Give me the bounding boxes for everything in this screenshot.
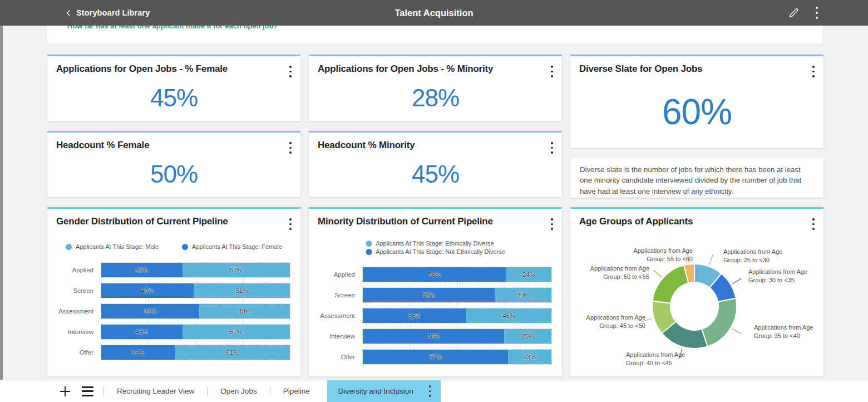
page-list-button[interactable] xyxy=(79,380,96,402)
page-tab-bar: Recruiting Leader View Open Jobs Pipelin… xyxy=(0,380,868,402)
note-text: Diverse slate is the number of jobs for … xyxy=(570,158,823,203)
bar-value-label: 48% xyxy=(239,308,251,315)
card-title: Applications for Open Jobs - % Female xyxy=(56,63,228,75)
card-kebab-menu[interactable] xyxy=(550,140,554,156)
header-kebab-menu[interactable] xyxy=(815,4,819,21)
card-title: Applications for Open Jobs - % Minority xyxy=(318,63,493,75)
legend-dot xyxy=(366,249,372,255)
donut-slice-label: Applications from AgeGroup: 30 to <35 xyxy=(748,268,807,285)
category-label: Applied xyxy=(318,267,362,282)
card-title: Minority Distribution of Current Pipelin… xyxy=(318,216,493,227)
bar-segment[interactable]: 57% xyxy=(183,325,290,339)
category-label: Offer xyxy=(56,345,101,360)
bar-value-label: 24% xyxy=(522,271,535,278)
card-kebab-menu[interactable] xyxy=(550,216,554,232)
bar-segment[interactable]: 25% xyxy=(504,329,551,344)
bar-value-label: 76% xyxy=(428,271,441,278)
card-kebab-menu[interactable] xyxy=(811,63,816,80)
donut-slice-label: Applications from AgeGroup: 35 to <40 xyxy=(754,323,813,341)
top-header: Storyboard Library Talent Acquisition xyxy=(0,0,868,26)
add-page-button[interactable] xyxy=(57,380,73,402)
bar-segment[interactable]: 49% xyxy=(101,283,194,298)
bar-row-assessment: Assessment52%48% xyxy=(56,303,290,319)
card-title: Headcount % Minority xyxy=(318,140,415,151)
category-label: Screen xyxy=(318,287,362,303)
bar-value-label: 52% xyxy=(144,308,156,315)
bar-segment[interactable]: 52% xyxy=(101,304,199,318)
donut-leader-line xyxy=(732,329,741,334)
bar-value-label: 43% xyxy=(136,329,148,335)
tab-kebab-menu[interactable] xyxy=(428,383,432,399)
bar-segment[interactable]: 23% xyxy=(508,350,551,364)
bar-segment[interactable]: 75% xyxy=(363,329,504,344)
question-text[interactable]: How far has at least one applicant made … xyxy=(67,26,278,30)
bar-row-interview: Interview43%57% xyxy=(56,324,290,340)
pencil-icon xyxy=(788,8,799,18)
donut-slice-label: Applications from AgeGroup: 50 to <55 xyxy=(590,264,649,282)
bar-row-screen: Screen70%30% xyxy=(318,287,552,303)
bar-segment[interactable]: 43% xyxy=(101,325,183,339)
bar-value-label: 55% xyxy=(408,312,421,319)
donut-slice-label: Applications from AgeGroup: 45 to <50 xyxy=(586,313,645,331)
donut-slice[interactable] xyxy=(702,298,737,347)
legend-dot xyxy=(366,241,372,247)
bar-segment[interactable]: 55% xyxy=(363,308,466,323)
bar-value-label: 23% xyxy=(524,354,536,360)
chart-legend: Applicants At This Stage: Ethnically Div… xyxy=(366,240,505,255)
card-title: Gender Distribution of Current Pipeline xyxy=(56,216,228,227)
legend-label: Applicants At This Stage: Not Ethnically… xyxy=(376,248,505,255)
kpi-card-applications-female[interactable]: Applications for Open Jobs - % Female 45… xyxy=(47,55,300,121)
bar-value-label: 30% xyxy=(517,292,529,298)
bar-row-offer: Offer77%23% xyxy=(318,349,552,365)
donut-slice-label: Applications from AgeGroup: 40 to <45 xyxy=(626,351,685,368)
age-groups-chart-card: Age Groups of Applicants Applications fr… xyxy=(570,207,823,376)
tab-separator xyxy=(270,386,270,396)
left-frame-strip xyxy=(0,26,3,402)
bar-value-label: 43% xyxy=(136,267,148,273)
edit-button[interactable] xyxy=(788,8,799,18)
bar-segment[interactable]: 70% xyxy=(363,288,495,302)
bar-segment[interactable]: 61% xyxy=(175,345,290,360)
legend-item[interactable]: Applicants At This Stage: Ethnically Div… xyxy=(366,240,494,247)
card-kebab-menu[interactable] xyxy=(288,140,293,156)
tab-recruiting-leader-view[interactable]: Recruiting Leader View xyxy=(105,380,206,402)
bar-segment[interactable]: 77% xyxy=(363,350,508,364)
kpi-value: 28% xyxy=(309,79,562,117)
bar-row-applied: Applied76%24% xyxy=(318,267,552,282)
legend-item[interactable]: Applicants At This Stage: Not Ethnically… xyxy=(366,248,505,255)
bar-segment[interactable]: 57% xyxy=(183,263,290,277)
card-kebab-menu[interactable] xyxy=(288,63,293,80)
talent-acquisition-dashboard: Storyboard Library Talent Acquisition Ho… xyxy=(0,0,868,402)
kpi-card-applications-minority[interactable]: Applications for Open Jobs - % Minority … xyxy=(309,55,562,121)
card-kebab-menu[interactable] xyxy=(550,63,554,80)
bar-segment[interactable]: 76% xyxy=(363,267,506,282)
bar-value-label: 39% xyxy=(132,349,144,356)
kpi-card-headcount-minority[interactable]: Headcount % Minority 45% xyxy=(309,131,562,197)
legend-dot xyxy=(182,244,188,250)
kpi-card-headcount-female[interactable]: Headcount % Female 50% xyxy=(47,131,300,197)
legend-item[interactable]: Applicants At This Stage: Male xyxy=(66,243,159,250)
legend-label: Applicants At This Stage: Female xyxy=(192,243,282,250)
bar-segment[interactable]: 45% xyxy=(466,308,551,323)
card-title: Headcount % Female xyxy=(56,140,149,151)
bar-segment[interactable]: 51% xyxy=(194,283,290,298)
bar-row-offer: Offer39%61% xyxy=(56,345,290,360)
tab-open-jobs[interactable]: Open Jobs xyxy=(208,380,269,402)
donut-slice-label: Applications from AgeGroup: 25 to <30 xyxy=(723,248,782,265)
tab-pipeline[interactable]: Pipeline xyxy=(271,380,322,402)
tab-diversity-and-inclusion[interactable]: Diversity and Inclusion xyxy=(327,380,441,402)
kpi-card-diverse-slate[interactable]: Diverse Slate for Open Jobs 60% xyxy=(570,55,823,148)
tab-separator xyxy=(103,386,104,396)
bar-segment[interactable]: 30% xyxy=(495,288,551,302)
donut-slice[interactable] xyxy=(653,265,689,303)
category-label: Interview xyxy=(56,324,101,340)
bar-segment[interactable]: 39% xyxy=(101,345,175,360)
bar-segment[interactable]: 43% xyxy=(101,263,183,277)
kpi-value: 45% xyxy=(47,79,300,117)
card-kebab-menu[interactable] xyxy=(288,216,293,232)
bar-value-label: 51% xyxy=(236,287,248,294)
category-label: Assessment xyxy=(56,303,101,319)
legend-item[interactable]: Applicants At This Stage: Female xyxy=(182,243,282,250)
bar-segment[interactable]: 48% xyxy=(199,304,290,318)
bar-segment[interactable]: 24% xyxy=(506,267,551,282)
